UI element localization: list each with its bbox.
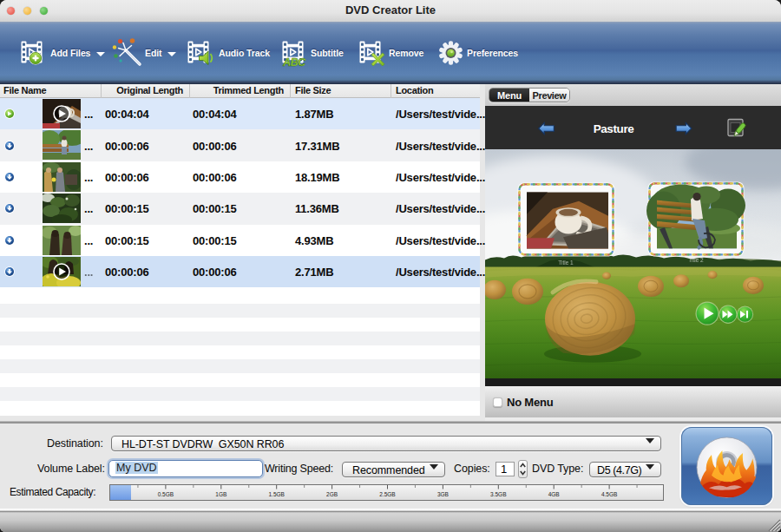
svg-text:2GB: 2GB	[326, 491, 338, 497]
svg-text:1GB: 1GB	[215, 491, 226, 497]
svg-text:0.5GB: 0.5GB	[158, 491, 174, 497]
svg-text:3.5GB: 3.5GB	[490, 491, 506, 497]
svg-text:3GB: 3GB	[437, 491, 449, 497]
svg-text:1.5GB: 1.5GB	[268, 491, 284, 497]
svg-text:Title 1: Title 1	[558, 259, 574, 265]
svg-text:2.5GB: 2.5GB	[379, 491, 395, 497]
svg-text:ABC: ABC	[282, 56, 306, 69]
svg-text:Title 2: Title 2	[688, 257, 704, 263]
svg-text:4.5GB: 4.5GB	[601, 491, 617, 497]
svg-text:Pasture: Pasture	[594, 122, 635, 135]
svg-text:4GB: 4GB	[548, 491, 560, 497]
